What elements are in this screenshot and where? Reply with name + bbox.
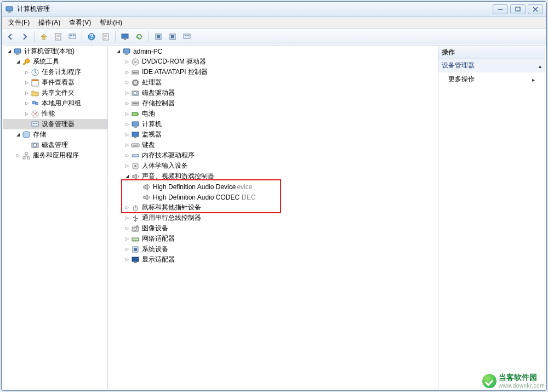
minimize-button[interactable] <box>493 4 508 14</box>
watermark-url: www.downkr.com <box>499 383 545 389</box>
tree-performance[interactable]: 性能 <box>3 109 107 119</box>
expand-icon[interactable] <box>123 162 131 170</box>
display-icon <box>131 255 140 264</box>
dev-floppy[interactable]: 磁盘驱动器 <box>108 88 438 98</box>
dev-memtech[interactable]: 内存技术驱动程序 <box>108 150 438 161</box>
keyboard-icon <box>131 141 140 150</box>
expand-icon[interactable] <box>23 69 31 76</box>
tree-storage[interactable]: 存储 <box>3 129 107 140</box>
tree-event-viewer[interactable]: 事件查看器 <box>3 77 107 88</box>
monitor-icon <box>131 130 140 139</box>
dev-usb[interactable]: 通用串行总线控制器 <box>108 213 438 223</box>
expand-icon[interactable] <box>23 89 31 97</box>
storage-icon <box>22 130 31 139</box>
dev-ide[interactable]: IDE ATA/ATAPI 控制器 <box>108 67 438 77</box>
expand-icon[interactable] <box>123 89 131 97</box>
users-icon <box>31 99 39 108</box>
expand-icon[interactable] <box>123 173 131 180</box>
menu-view[interactable]: 查看(V) <box>65 17 95 29</box>
dev-system[interactable]: 系统设备 <box>108 244 438 254</box>
tool-uninstall[interactable] <box>180 31 193 43</box>
dev-sound-hda-codec[interactable]: High Definition Audio CODECDEC <box>108 192 438 202</box>
tree-shared-folders[interactable]: 共享文件夹 <box>3 88 107 98</box>
expand-icon[interactable] <box>123 141 131 149</box>
expand-icon[interactable] <box>123 246 131 253</box>
close-button[interactable] <box>528 4 543 14</box>
menu-action[interactable]: 操作(A) <box>34 17 65 29</box>
expand-icon[interactable] <box>123 79 131 87</box>
expand-icon[interactable] <box>14 58 22 66</box>
tree-device-manager[interactable]: 设备管理器 <box>3 119 107 129</box>
dev-hid[interactable]: 人体学输入设备 <box>108 161 438 171</box>
expand-icon[interactable] <box>115 48 122 55</box>
tool-refresh-hw[interactable] <box>118 31 132 43</box>
tree-services-apps[interactable]: 服务和应用程序 <box>3 150 107 161</box>
expand-icon[interactable] <box>123 256 131 264</box>
expand-icon[interactable] <box>23 110 31 118</box>
menu-file[interactable]: 文件(F) <box>4 17 34 29</box>
tool-help[interactable] <box>85 31 98 43</box>
device-icon <box>31 120 39 129</box>
menubar: 文件(F) 操作(A) 查看(V) 帮助(H) <box>2 17 546 29</box>
toolbar-separator <box>149 31 149 42</box>
dev-cpu[interactable]: 处理器 <box>108 77 438 88</box>
expand-icon[interactable] <box>123 100 131 107</box>
dev-computer[interactable]: 计算机 <box>108 119 438 129</box>
dev-root[interactable]: admin-PC <box>108 46 438 56</box>
tool-disable[interactable] <box>166 31 179 43</box>
center-pane[interactable]: admin-PC DVD/CD-ROM 驱动器 IDE ATA/ATAPI 控制… <box>108 46 438 389</box>
system-icon <box>131 245 140 254</box>
tool-up[interactable] <box>37 31 50 43</box>
dev-monitor[interactable]: 监视器 <box>108 129 438 140</box>
expand-icon[interactable] <box>123 69 131 76</box>
tree-task-scheduler[interactable]: 任务计划程序 <box>3 67 107 77</box>
tree-local-users[interactable]: 本地用户和组 <box>3 98 107 109</box>
tree-disk-mgmt[interactable]: 磁盘管理 <box>3 140 107 150</box>
maximize-button[interactable] <box>510 4 526 14</box>
expand-icon[interactable] <box>123 235 131 243</box>
tool-forward[interactable] <box>18 31 31 43</box>
watermark-logo-icon <box>482 374 496 388</box>
expand-icon[interactable] <box>123 121 131 128</box>
dev-mouse[interactable]: 鼠标和其他指针设备 <box>108 202 438 213</box>
expand-icon[interactable] <box>123 152 131 160</box>
actions-context[interactable]: 设备管理器 <box>438 59 545 72</box>
dev-network[interactable]: 网络适配器 <box>108 234 438 244</box>
dev-sound[interactable]: 声音、视频和游戏控制器 <box>108 171 438 181</box>
expand-icon[interactable] <box>123 58 131 66</box>
dev-dvd[interactable]: DVD/CD-ROM 驱动器 <box>108 56 438 67</box>
expand-icon[interactable] <box>123 204 131 212</box>
dev-sound-hda-device[interactable]: High Definition Audio Deviceevice <box>108 181 438 192</box>
tool-props[interactable] <box>52 31 65 43</box>
expand-icon[interactable] <box>123 214 131 222</box>
tool-console[interactable] <box>99 31 112 43</box>
expand-icon[interactable] <box>5 48 13 55</box>
expand-icon[interactable] <box>23 100 31 107</box>
collapse-icon <box>539 62 541 70</box>
dev-keyboard[interactable]: 键盘 <box>108 140 438 150</box>
expand-icon[interactable] <box>123 110 131 118</box>
dev-display[interactable]: 显示适配器 <box>108 254 438 265</box>
expand-icon[interactable] <box>123 131 131 139</box>
tool-view[interactable] <box>66 31 79 43</box>
toolbar-separator <box>115 31 116 42</box>
tool-scan[interactable] <box>133 31 146 43</box>
app-icon <box>5 5 14 14</box>
tool-back[interactable] <box>4 31 17 43</box>
tree-root[interactable]: 计算机管理(本地) <box>3 46 107 56</box>
left-pane[interactable]: 计算机管理(本地) 系统工具 任务计划程序 <box>3 46 108 389</box>
actions-more[interactable]: 更多操作 <box>438 72 545 86</box>
ide-icon <box>131 68 140 77</box>
tree-system-tools[interactable]: 系统工具 <box>3 56 107 67</box>
tool-enable[interactable] <box>152 31 165 43</box>
expand-icon[interactable] <box>14 152 22 160</box>
menu-help[interactable]: 帮助(H) <box>95 17 127 29</box>
computer-mgmt-icon <box>13 47 22 56</box>
dev-storage-ctrl[interactable]: 存储控制器 <box>108 98 438 109</box>
dev-battery[interactable]: 电池 <box>108 109 438 119</box>
expand-icon[interactable] <box>23 79 31 87</box>
usb-icon <box>131 214 140 223</box>
expand-icon[interactable] <box>14 131 22 139</box>
dev-imaging[interactable]: 图像设备 <box>108 223 438 234</box>
expand-icon[interactable] <box>123 225 131 232</box>
